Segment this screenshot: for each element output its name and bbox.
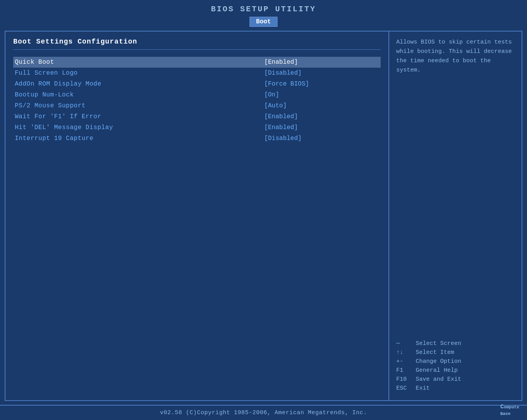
tab-boot[interactable]: Boot <box>249 17 278 27</box>
menu-row[interactable]: Quick Boot[Enabled] <box>13 57 381 68</box>
key-description: Exit <box>416 385 430 392</box>
brand-text: ComputeBase <box>500 404 519 417</box>
menu-item-value: [On] <box>263 89 381 100</box>
menu-item-value: [Force BIOS] <box>263 79 381 89</box>
help-text: Allows BIOS to skip certain tests while … <box>396 38 515 75</box>
brand: ComputeBase <box>500 404 519 417</box>
key-help: ↔Select Screen↑↓Select Item+-Change Opti… <box>396 340 515 394</box>
menu-row[interactable]: Wait For 'F1' If Error[Enabled] <box>13 111 381 122</box>
footer-wrapper: v02.58 (C)Copyright 1985-2006, American … <box>0 405 527 420</box>
header: BIOS SETUP UTILITY Boot <box>0 0 527 27</box>
key-description: General Help <box>416 367 458 374</box>
key-help-row: ESCExit <box>396 385 515 392</box>
menu-item-label: Wait For 'F1' If Error <box>13 111 263 122</box>
bios-screen: BIOS SETUP UTILITY Boot Boot Settings Co… <box>0 0 527 420</box>
menu-item-value: [Enabled] <box>263 57 381 68</box>
left-panel: Boot Settings Configuration Quick Boot[E… <box>5 32 389 400</box>
key-symbol: ↔ <box>396 340 416 347</box>
divider <box>13 49 381 50</box>
section-title: Boot Settings Configuration <box>13 38 381 46</box>
footer: v02.58 (C)Copyright 1985-2006, American … <box>0 405 527 420</box>
menu-item-label: Interrupt 19 Capture <box>13 133 263 144</box>
key-description: Change Option <box>416 358 461 365</box>
key-description: Select Screen <box>416 340 461 347</box>
key-symbol: F1 <box>396 367 416 374</box>
key-symbol: +- <box>396 358 416 365</box>
menu-row[interactable]: PS/2 Mouse Support[Auto] <box>13 100 381 111</box>
key-symbol: ↑↓ <box>396 349 416 356</box>
menu-item-label: Bootup Num-Lock <box>13 89 263 100</box>
key-help-row: ↑↓Select Item <box>396 349 515 356</box>
menu-item-value: [Disabled] <box>263 133 381 144</box>
menu-table: Quick Boot[Enabled]Full Screen Logo[Disa… <box>13 57 381 144</box>
key-description: Save and Exit <box>416 376 461 383</box>
menu-item-value: [Enabled] <box>263 111 381 122</box>
menu-row[interactable]: AddOn ROM Display Mode[Force BIOS] <box>13 79 381 89</box>
menu-item-label: PS/2 Mouse Support <box>13 100 263 111</box>
key-symbol: F10 <box>396 376 416 383</box>
right-panel: Allows BIOS to skip certain tests while … <box>389 32 522 400</box>
key-symbol: ESC <box>396 385 416 392</box>
menu-item-label: Hit 'DEL' Message Display <box>13 122 263 133</box>
key-help-row: F10Save and Exit <box>396 376 515 383</box>
bios-title: BIOS SETUP UTILITY <box>0 3 527 15</box>
menu-item-label: Quick Boot <box>13 57 263 68</box>
menu-item-value: [Enabled] <box>263 122 381 133</box>
footer-text: v02.58 (C)Copyright 1985-2006, American … <box>160 410 367 416</box>
tab-bar: Boot <box>0 17 527 27</box>
menu-item-label: AddOn ROM Display Mode <box>13 79 263 89</box>
key-help-row: +-Change Option <box>396 358 515 365</box>
menu-item-label: Full Screen Logo <box>13 68 263 79</box>
menu-row[interactable]: Full Screen Logo[Disabled] <box>13 68 381 79</box>
main-content: Boot Settings Configuration Quick Boot[E… <box>5 31 522 401</box>
menu-item-value: [Auto] <box>263 100 381 111</box>
key-help-row: F1General Help <box>396 367 515 374</box>
menu-item-value: [Disabled] <box>263 68 381 79</box>
menu-row[interactable]: Interrupt 19 Capture[Disabled] <box>13 133 381 144</box>
key-description: Select Item <box>416 349 454 356</box>
key-help-row: ↔Select Screen <box>396 340 515 347</box>
menu-row[interactable]: Bootup Num-Lock[On] <box>13 89 381 100</box>
menu-row[interactable]: Hit 'DEL' Message Display[Enabled] <box>13 122 381 133</box>
